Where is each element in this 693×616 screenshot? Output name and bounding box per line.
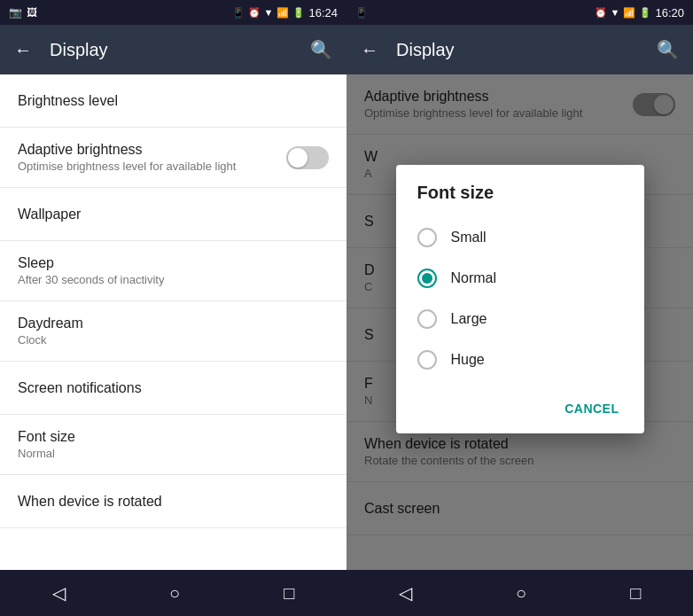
wallpaper-text: Wallpaper [18, 207, 81, 222]
font-size-text: Font size Normal [18, 429, 75, 460]
adaptive-toggle[interactable] [286, 146, 329, 169]
right-alarm-icon: ⏰ [595, 7, 607, 19]
dialog-overlay: Font size Small Normal Large [346, 74, 693, 524]
left-recent-nav[interactable]: □ [284, 583, 294, 604]
left-toolbar: ← Display 🔍 [0, 25, 346, 74]
screen-notifications-text: Screen notifications [18, 380, 142, 396]
right-panel: 📱 ⏰ ▼ 📶 🔋 16:20 ← Display 🔍 Adaptive bri… [346, 0, 693, 616]
sleep-text: Sleep After 30 seconds of inactivity [18, 255, 164, 286]
right-toolbar-title: Display [396, 40, 639, 60]
alarm-icon: ⏰ [248, 7, 261, 19]
cancel-button[interactable]: CANCEL [554, 394, 629, 423]
right-status-right: ⏰ ▼ 📶 🔋 16:20 [595, 6, 684, 19]
radio-small[interactable]: Small [396, 217, 644, 258]
dialog-actions: CANCEL [396, 387, 644, 426]
radio-huge-circle [417, 350, 437, 370]
brightness-text: Brightness level [18, 93, 118, 109]
radio-normal-label: Normal [451, 270, 497, 286]
left-panel: 📷 🖼 📱 ⏰ ▼ 📶 🔋 16:24 ← Display 🔍 Brightne… [0, 0, 346, 616]
brightness-item[interactable]: Brightness level [0, 74, 346, 128]
radio-large-label: Large [451, 311, 487, 327]
dimmed-content: Adaptive brightness Optimise brightness … [346, 74, 693, 570]
wallpaper-title: Wallpaper [18, 207, 81, 222]
daydream-text: Daydream Clock [18, 316, 83, 347]
adaptive-title: Adaptive brightness [18, 142, 236, 158]
radio-normal[interactable]: Normal [396, 258, 644, 299]
sleep-subtitle: After 30 seconds of inactivity [18, 273, 164, 286]
right-search-button[interactable]: 🔍 [657, 39, 679, 60]
radio-normal-inner [422, 273, 432, 284]
left-search-button[interactable]: 🔍 [310, 39, 332, 60]
daydream-item[interactable]: Daydream Clock [0, 301, 346, 362]
left-settings-list: Brightness level Adaptive brightness Opt… [0, 74, 346, 570]
wifi-icon: ▼ [264, 7, 274, 18]
whatsapp-icon: 📱 [232, 7, 245, 19]
screen-notifications-item[interactable]: Screen notifications [0, 362, 346, 415]
right-signal-icon: 📶 [623, 7, 635, 19]
time-left: 16:24 [308, 6, 338, 19]
right-status-bar: 📱 ⏰ ▼ 📶 🔋 16:20 [346, 0, 693, 25]
left-back-button[interactable]: ← [14, 40, 32, 60]
adaptive-item[interactable]: Adaptive brightness Optimise brightness … [0, 128, 346, 188]
left-status-icons: 📷 🖼 [9, 6, 37, 19]
wallpaper-item[interactable]: Wallpaper [0, 188, 346, 241]
right-time: 16:20 [655, 6, 684, 19]
right-recent-nav[interactable]: □ [630, 583, 641, 604]
device-rotated-title: When device is rotated [18, 494, 162, 510]
font-size-item[interactable]: Font size Normal [0, 415, 346, 475]
adaptive-toggle-knob [288, 148, 308, 168]
adaptive-text: Adaptive brightness Optimise brightness … [18, 142, 236, 173]
camera-icon: 📷 [9, 6, 22, 19]
sleep-item[interactable]: Sleep After 30 seconds of inactivity [0, 241, 346, 301]
left-home-nav[interactable]: ○ [169, 583, 180, 604]
right-toolbar: ← Display 🔍 [346, 25, 693, 74]
device-rotated-item[interactable]: When device is rotated [0, 475, 346, 528]
left-toolbar-title: Display [50, 40, 292, 60]
radio-huge[interactable]: Huge [396, 339, 644, 380]
right-back-nav[interactable]: ◁ [399, 582, 412, 604]
font-size-dialog: Font size Small Normal Large [396, 165, 644, 433]
left-back-nav[interactable]: ◁ [52, 582, 66, 604]
right-back-button[interactable]: ← [361, 40, 378, 60]
radio-large-circle [417, 309, 437, 329]
right-battery-icon: 🔋 [639, 7, 651, 19]
radio-huge-label: Huge [451, 352, 485, 368]
device-rotated-text: When device is rotated [18, 494, 162, 510]
right-whatsapp-icon: 📱 [355, 7, 368, 19]
daydream-title: Daydream [18, 316, 83, 331]
brightness-title: Brightness level [18, 93, 118, 109]
left-status-bar: 📷 🖼 📱 ⏰ ▼ 📶 🔋 16:24 [0, 0, 346, 25]
font-size-subtitle: Normal [18, 447, 75, 460]
radio-small-circle [417, 228, 437, 247]
right-wifi-icon: ▼ [611, 7, 620, 18]
right-home-nav[interactable]: ○ [516, 583, 526, 604]
battery-icon: 🔋 [292, 7, 305, 19]
font-size-title: Font size [18, 429, 75, 445]
screen-notifications-title: Screen notifications [18, 380, 142, 396]
left-nav-bar: ◁ ○ □ [0, 570, 346, 616]
radio-large[interactable]: Large [396, 299, 644, 339]
daydream-subtitle: Clock [18, 333, 83, 347]
image-icon: 🖼 [27, 6, 37, 19]
dialog-title: Font size [396, 183, 644, 217]
left-status-right: 📱 ⏰ ▼ 📶 🔋 16:24 [232, 6, 338, 19]
signal-icon: 📶 [276, 7, 289, 19]
radio-small-label: Small [451, 230, 487, 246]
sleep-title: Sleep [18, 255, 164, 271]
adaptive-subtitle: Optimise brightness level for available … [18, 160, 236, 173]
right-nav-bar: ◁ ○ □ [346, 570, 693, 616]
radio-normal-circle [417, 269, 437, 288]
right-status-icons: 📱 [355, 7, 368, 19]
